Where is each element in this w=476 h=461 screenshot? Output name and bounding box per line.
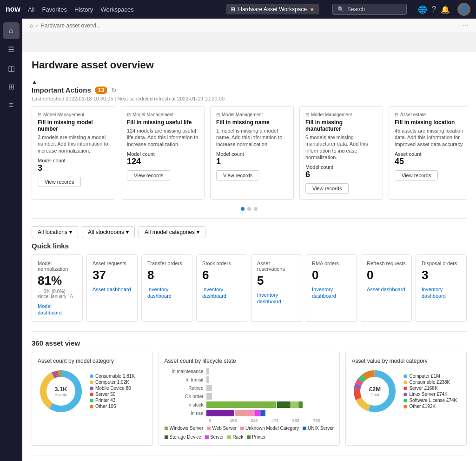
help-icon[interactable]: ? <box>432 5 436 14</box>
dot-2[interactable] <box>247 207 251 211</box>
card-count-label-3: Model count <box>305 164 377 170</box>
card-desc-1: 124 models are missing useful life data.… <box>127 127 198 147</box>
card-view-button-4[interactable]: View records <box>395 170 438 180</box>
card-category-label-1: Model Management <box>132 112 173 117</box>
bell-icon[interactable]: 🔔 <box>441 5 450 14</box>
card-view-button-0[interactable]: View records <box>38 177 81 187</box>
ql-value-6: 0 <box>367 268 406 282</box>
chart3-legend: Computer £1MConsumable £238KServer £168K… <box>403 374 457 409</box>
quick-link-card-6: Refresh requests 0 Asset dashboard <box>361 254 412 322</box>
workspace-selector[interactable]: ⊞ Hardware Asset Workspace ★ <box>226 4 319 14</box>
axis-tick-4: 632 <box>292 418 313 423</box>
chart3-legend-item-0: Computer £1M <box>403 374 457 379</box>
bar-row-4: In stock <box>165 401 334 408</box>
ql-label-2: Transfer orders <box>147 261 186 266</box>
workspace-label: Hardware Asset Workspace <box>238 6 307 13</box>
chart2-legend-label-1: Web Server <box>212 426 237 431</box>
ql-link-4[interactable]: Inventory dashboard <box>257 292 281 304</box>
ql-value-5: 0 <box>312 268 351 282</box>
filter-model-categories[interactable]: All model categories ▾ <box>139 226 205 238</box>
nav-favorites[interactable]: Favorites <box>42 6 66 13</box>
ql-link-3[interactable]: Inventory dashboard <box>202 287 226 299</box>
card-view-button-2[interactable]: View records <box>216 170 259 180</box>
user-avatar[interactable]: 👤 <box>457 3 470 16</box>
card-view-button-1[interactable]: View records <box>127 170 170 180</box>
chart-lifecycle-state: Asset count by lifecycle state In mainte… <box>159 352 340 446</box>
chart3-legend-label-1: Consumable £238K <box>409 380 450 385</box>
globe-icon[interactable]: 🌐 <box>418 5 427 14</box>
chart2-legend-dot-3 <box>303 427 306 430</box>
card-category-icon-2: ⊟ <box>216 112 220 117</box>
card-count-label-0: Model count <box>38 158 109 163</box>
chart1-legend-dot-5 <box>90 405 93 408</box>
nav-all[interactable]: All <box>28 6 34 13</box>
chart1-legend-dot-1 <box>90 381 93 384</box>
breadcrumb-home-icon[interactable]: ⌂ <box>30 22 33 29</box>
nav-workspaces[interactable]: Workspaces <box>100 6 133 13</box>
ql-label-3: Stock orders <box>202 261 241 266</box>
topnav-icons: 🌐 ? 🔔 <box>418 5 450 14</box>
sidebar-icon-3[interactable]: ⊞ <box>3 78 20 95</box>
quick-links-grid: Model normalization 81% — 0% (0.0%) sinc… <box>32 254 467 322</box>
chart3-legend-dot-2 <box>403 387 407 390</box>
chart3-legend-item-5: Other £192K <box>403 404 457 409</box>
card-category-1: ⊟ Model Management <box>127 112 198 117</box>
chart1-legend-dot-2 <box>90 387 93 390</box>
dot-3[interactable] <box>254 207 258 211</box>
bar-row-2: Retired <box>165 385 334 391</box>
ql-link-7[interactable]: Inventory dashboard <box>422 287 446 299</box>
collapse-arrow-icon[interactable]: ▲ <box>32 79 37 85</box>
axis-tick-5: 790 <box>313 418 334 423</box>
ql-link-5[interactable]: Inventory dashboard <box>312 287 336 299</box>
sidebar-icon-2[interactable]: ◫ <box>3 60 20 76</box>
quick-link-card-3: Stock orders 6 Inventory dashboard <box>196 254 247 322</box>
breadcrumb-label: Hardware asset overvi... <box>40 22 100 29</box>
bar-row-0: In maintenance <box>165 368 334 374</box>
chart2-legend-label-0: Windows Server <box>170 426 204 431</box>
breadcrumb-more-icon[interactable]: ··· <box>463 21 469 30</box>
quick-link-card-7: Disposal orders 3 Inventory dashboard <box>416 254 467 322</box>
bar-container-1 <box>206 376 334 383</box>
ql-link-6[interactable]: Asset dashboard <box>367 287 405 292</box>
chart2-legend-item-5: Server <box>205 434 224 440</box>
chart3-legend-label-0: Computer £1M <box>409 374 440 379</box>
sidebar-home-icon[interactable]: ⌂ <box>3 22 20 39</box>
ql-sub-0: — 0% (0.0%) since January 16 <box>38 289 77 299</box>
topnav: now All Favorites History Workspaces ⊞ H… <box>0 0 476 19</box>
important-actions-badge: 13 <box>95 87 107 94</box>
chart2-legend-dot-5 <box>205 435 209 439</box>
sidebar-icon-1[interactable]: ☰ <box>3 41 20 58</box>
bar-axis: 0158316474632790 <box>209 418 334 423</box>
card-title-4: Fill in missing location <box>395 119 466 126</box>
refresh-icon[interactable]: ↻ <box>111 87 117 94</box>
filter-locations[interactable]: All locations ▾ <box>32 226 78 238</box>
workspace-icon: ⊞ <box>231 6 235 13</box>
ql-value-3: 6 <box>202 268 241 282</box>
bar-seg-3 <box>206 393 212 400</box>
sidebar-icon-4[interactable]: ≡ <box>3 97 20 114</box>
search-bar[interactable]: 🔍 Search <box>332 4 407 15</box>
nav-history[interactable]: History <box>74 6 93 13</box>
quick-links-title: Quick links <box>32 242 467 250</box>
chart1-title: Asset count by model category <box>38 358 147 364</box>
chart3-donut: £2M Cost <box>351 368 398 414</box>
card-category-4: ⊟ Asset estate <box>395 112 466 117</box>
filter-stockrooms[interactable]: All stockrooms ▾ <box>82 226 135 238</box>
chart-asset-value-model: Asset value by model category £2M <box>345 352 467 446</box>
ql-value-0: 81% <box>38 274 77 288</box>
ql-link-0[interactable]: Model dashboard <box>38 303 62 315</box>
card-view-button-3[interactable]: View records <box>305 183 349 194</box>
card-title-2: Fill in missing name <box>216 119 288 126</box>
chart3-center-label: £2M Cost <box>369 386 381 397</box>
topnav-links: All Favorites History Workspaces <box>28 6 134 13</box>
ql-label-4: Asset reservations <box>257 261 296 272</box>
chart3-legend-label-4: Software License £74K <box>409 398 457 403</box>
card-count-3: 6 <box>305 170 377 180</box>
chart1-center-label: 3.1K Assets <box>54 386 67 397</box>
chart2-legend-item-7: Printer <box>247 434 265 440</box>
bar-row-1: In transit <box>165 376 334 383</box>
chart3-legend-item-2: Server £168K <box>403 386 457 391</box>
ql-link-2[interactable]: Inventory dashboard <box>147 287 172 299</box>
dot-1[interactable] <box>241 207 245 211</box>
ql-link-1[interactable]: Asset dashboard <box>93 287 131 292</box>
